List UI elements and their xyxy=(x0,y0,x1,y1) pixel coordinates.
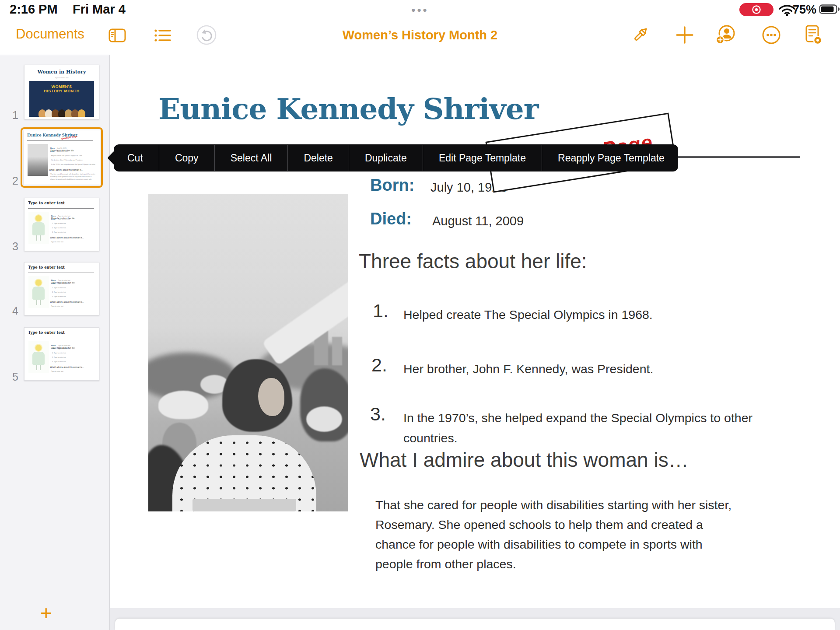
admire-heading[interactable]: What I admire about this woman is… xyxy=(360,448,689,472)
menu-item-edit-page-template[interactable]: Edit Page Template xyxy=(425,144,539,172)
photo-building xyxy=(332,337,342,365)
battery-percent: 75% xyxy=(793,3,816,17)
menu-separator xyxy=(214,145,215,171)
thumb-poster-text: WOMEN'S HISTORY MONTH xyxy=(29,84,94,94)
thumb-cover-title: Women in History xyxy=(24,69,99,75)
thumb-placeholder-figure xyxy=(28,212,49,244)
page-number: 5 xyxy=(5,371,18,383)
facts-heading[interactable]: Three facts about her life: xyxy=(359,249,587,273)
fact-number: 1. xyxy=(373,300,388,322)
thumbnail-page-2-selected[interactable]: Eunice Kennedy Shriver Example Page Born… xyxy=(21,127,103,188)
undo-icon[interactable] xyxy=(195,24,216,44)
status-date: Fri Mar 4 xyxy=(73,2,126,17)
collaborate-icon[interactable] xyxy=(715,24,736,44)
thumb-placeholder-figure xyxy=(28,341,49,373)
sidebar-toggle-icon[interactable] xyxy=(107,25,128,46)
document-photo[interactable] xyxy=(148,194,348,511)
more-options-icon[interactable] xyxy=(761,24,782,45)
page-number: 4 xyxy=(5,304,18,317)
add-page-button[interactable]: + xyxy=(40,601,52,625)
insert-plus-icon[interactable] xyxy=(674,24,695,45)
thumb-cover-poster: WOMEN'S HISTORY MONTH xyxy=(29,81,94,117)
thumbnail-page-5[interactable]: Type to enter text Born: Type to enter t… xyxy=(24,327,99,381)
thumb-rule xyxy=(27,140,93,141)
menu-item-select-all[interactable]: Select All xyxy=(217,144,286,172)
thumb-photo xyxy=(28,144,48,176)
status-time: 2:16 PM xyxy=(10,2,58,17)
page-thumbnails-sidebar: 1 2 3 4 5 Women in History Type to enter… xyxy=(0,55,110,630)
fact-number: 2. xyxy=(371,354,387,376)
documents-back-button[interactable]: Documents xyxy=(16,26,84,42)
fact-text[interactable]: Her brother, John F. Kennedy, was Presid… xyxy=(403,362,653,376)
list-view-icon[interactable] xyxy=(152,25,173,46)
admire-paragraph-line[interactable]: chance for people with disabilities to c… xyxy=(375,537,703,552)
fact-text[interactable]: countries. xyxy=(403,431,458,445)
format-brush-icon[interactable] xyxy=(630,24,651,45)
fact-text[interactable]: In the 1970’s, she helped expand the Spe… xyxy=(403,411,752,425)
thumb-placeholder-figure xyxy=(28,276,49,308)
thumbnail-page-4[interactable]: Type to enter text Born: Type to enter t… xyxy=(24,262,99,315)
photo-woman-face xyxy=(258,378,284,416)
menu-separator xyxy=(287,145,288,171)
fact-text[interactable]: Helped create The Special Olympics in 19… xyxy=(403,308,653,322)
admire-paragraph-line[interactable]: Rosemary. She opened schools to help the… xyxy=(375,518,703,532)
menu-separator xyxy=(423,145,423,171)
born-label[interactable]: Born: xyxy=(370,176,414,195)
screen-view-icon[interactable] xyxy=(803,24,824,44)
photo-crowd-hat xyxy=(158,391,208,419)
page-title[interactable]: Eunice Kennedy Shriver xyxy=(158,92,538,126)
context-menu: Cut Copy Select All Delete Duplicate Edi… xyxy=(114,144,678,172)
menu-item-copy[interactable]: Copy xyxy=(161,144,212,172)
thumbnail-page-3[interactable]: Type to enter text Born: Type to enter t… xyxy=(24,198,99,251)
admire-paragraph-line[interactable]: That she cared for people with disabilit… xyxy=(375,498,732,512)
menu-separator xyxy=(159,145,159,171)
died-label[interactable]: Died: xyxy=(370,210,412,228)
admire-paragraph-line[interactable]: people from other places. xyxy=(375,557,516,571)
page-number: 2 xyxy=(5,175,18,187)
thumbnail-page-1[interactable]: Women in History Type to enter text WOME… xyxy=(24,65,99,119)
record-icon xyxy=(750,4,763,16)
thumb-poster-faces xyxy=(29,108,94,117)
pages-app-window: 2:16 PM Fri Mar 4 ••• 75% Documents xyxy=(0,0,840,630)
battery-icon xyxy=(819,4,840,14)
document-name[interactable]: Women’s History Month 2 xyxy=(343,28,497,42)
menu-item-reapply-page-template[interactable]: Reapply Page Template xyxy=(544,144,678,172)
died-value[interactable]: August 11, 2009 xyxy=(432,214,524,228)
screen-recording-indicator[interactable] xyxy=(739,3,774,16)
menu-item-duplicate[interactable]: Duplicate xyxy=(351,144,420,172)
menu-separator xyxy=(542,145,542,171)
menu-item-delete[interactable]: Delete xyxy=(290,144,346,172)
thumb-cover-hint: Type to enter text xyxy=(24,77,99,79)
menu-item-cut[interactable]: Cut xyxy=(114,144,157,172)
page-number: 1 xyxy=(5,109,18,122)
window-handle-icon[interactable]: ••• xyxy=(411,4,428,17)
menu-separator xyxy=(349,145,349,171)
next-page-top-edge[interactable] xyxy=(115,619,835,630)
page-number: 3 xyxy=(5,240,18,253)
fact-number: 3. xyxy=(370,403,386,425)
photo-belt xyxy=(192,499,297,511)
